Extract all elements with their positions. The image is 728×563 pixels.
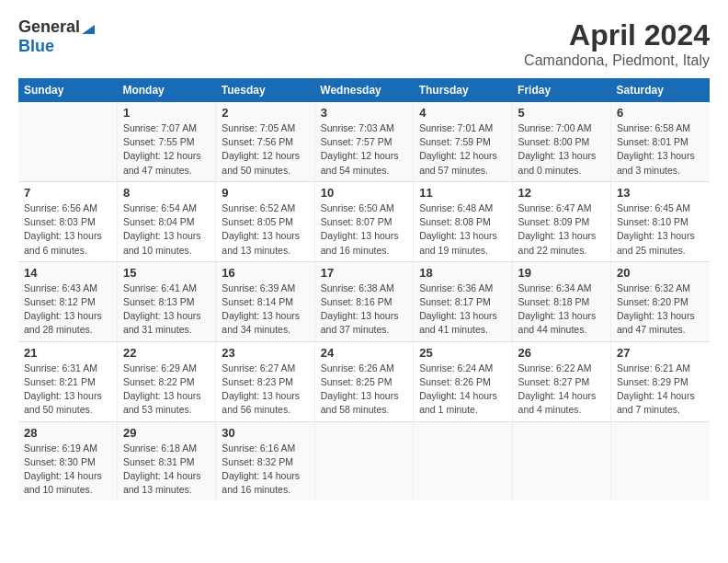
calendar-cell: 27Sunrise: 6:21 AM Sunset: 8:29 PM Dayli… <box>611 341 710 421</box>
day-info: Sunrise: 6:18 AM Sunset: 8:31 PM Dayligh… <box>123 442 210 498</box>
day-number: 18 <box>419 266 506 280</box>
calendar-cell: 3Sunrise: 7:03 AM Sunset: 7:57 PM Daylig… <box>314 102 413 181</box>
calendar-cell: 5Sunrise: 7:00 AM Sunset: 8:00 PM Daylig… <box>512 102 610 181</box>
day-number: 30 <box>222 426 308 440</box>
day-info: Sunrise: 6:24 AM Sunset: 8:26 PM Dayligh… <box>419 362 506 418</box>
day-info: Sunrise: 6:36 AM Sunset: 8:17 PM Dayligh… <box>419 282 506 338</box>
calendar-title: April 2024 <box>524 18 710 52</box>
page-header: General Blue April 2024 Camandona, Piedm… <box>18 18 710 69</box>
column-header-thursday: Thursday <box>414 78 512 102</box>
column-header-wednesday: Wednesday <box>314 78 413 102</box>
day-info: Sunrise: 6:48 AM Sunset: 8:08 PM Dayligh… <box>419 201 506 258</box>
day-info: Sunrise: 6:27 AM Sunset: 8:23 PM Dayligh… <box>222 362 308 418</box>
calendar-cell: 7Sunrise: 6:56 AM Sunset: 8:03 PM Daylig… <box>18 181 117 261</box>
calendar-cell: 17Sunrise: 6:38 AM Sunset: 8:16 PM Dayli… <box>314 261 413 341</box>
calendar-cell: 11Sunrise: 6:48 AM Sunset: 8:08 PM Dayli… <box>414 181 512 261</box>
calendar-cell: 24Sunrise: 6:26 AM Sunset: 8:25 PM Dayli… <box>314 341 413 421</box>
calendar-cell: 16Sunrise: 6:39 AM Sunset: 8:14 PM Dayli… <box>216 261 314 341</box>
day-number: 3 <box>321 106 407 120</box>
calendar-cell: 12Sunrise: 6:47 AM Sunset: 8:09 PM Dayli… <box>512 181 610 261</box>
day-info: Sunrise: 6:32 AM Sunset: 8:20 PM Dayligh… <box>617 282 704 338</box>
day-info: Sunrise: 6:54 AM Sunset: 8:04 PM Dayligh… <box>123 201 210 258</box>
column-header-friday: Friday <box>512 78 610 102</box>
day-number: 15 <box>123 266 210 280</box>
day-info: Sunrise: 6:47 AM Sunset: 8:09 PM Dayligh… <box>518 201 605 258</box>
calendar-cell: 10Sunrise: 6:50 AM Sunset: 8:07 PM Dayli… <box>314 181 413 261</box>
calendar-cell <box>512 421 610 500</box>
calendar-cell: 26Sunrise: 6:22 AM Sunset: 8:27 PM Dayli… <box>512 341 610 421</box>
day-number: 2 <box>222 106 308 120</box>
svg-marker-0 <box>82 25 95 34</box>
day-number: 21 <box>24 346 111 360</box>
calendar-cell: 2Sunrise: 7:05 AM Sunset: 7:56 PM Daylig… <box>216 102 314 181</box>
day-number: 19 <box>518 266 605 280</box>
day-number: 29 <box>123 426 210 440</box>
calendar-cell: 21Sunrise: 6:31 AM Sunset: 8:21 PM Dayli… <box>18 341 117 421</box>
calendar-cell: 14Sunrise: 6:43 AM Sunset: 8:12 PM Dayli… <box>18 261 117 341</box>
day-info: Sunrise: 6:29 AM Sunset: 8:22 PM Dayligh… <box>123 362 210 418</box>
calendar-cell: 13Sunrise: 6:45 AM Sunset: 8:10 PM Dayli… <box>611 181 710 261</box>
day-info: Sunrise: 6:50 AM Sunset: 8:07 PM Dayligh… <box>321 201 407 258</box>
day-number: 20 <box>617 266 704 280</box>
day-info: Sunrise: 7:01 AM Sunset: 7:59 PM Dayligh… <box>419 121 506 178</box>
day-number: 23 <box>222 346 308 360</box>
day-number: 5 <box>518 106 605 120</box>
day-number: 24 <box>321 346 407 360</box>
column-header-monday: Monday <box>117 78 215 102</box>
logo: General Blue <box>18 18 95 55</box>
day-info: Sunrise: 7:00 AM Sunset: 8:00 PM Dayligh… <box>518 121 605 178</box>
calendar-cell <box>314 421 413 500</box>
day-info: Sunrise: 6:38 AM Sunset: 8:16 PM Dayligh… <box>321 282 407 338</box>
day-number: 10 <box>321 186 407 200</box>
day-number: 25 <box>419 346 506 360</box>
calendar-cell: 19Sunrise: 6:34 AM Sunset: 8:18 PM Dayli… <box>512 261 610 341</box>
day-info: Sunrise: 6:52 AM Sunset: 8:05 PM Dayligh… <box>222 201 308 258</box>
day-info: Sunrise: 6:16 AM Sunset: 8:32 PM Dayligh… <box>222 442 308 498</box>
column-header-tuesday: Tuesday <box>216 78 314 102</box>
day-number: 6 <box>617 106 704 120</box>
calendar-week-row: 14Sunrise: 6:43 AM Sunset: 8:12 PM Dayli… <box>18 261 710 341</box>
day-number: 28 <box>24 426 111 440</box>
calendar-week-row: 28Sunrise: 6:19 AM Sunset: 8:30 PM Dayli… <box>18 421 710 500</box>
day-info: Sunrise: 6:43 AM Sunset: 8:12 PM Dayligh… <box>24 282 111 338</box>
day-number: 16 <box>222 266 308 280</box>
calendar-subtitle: Camandona, Piedmont, Italy <box>524 52 710 69</box>
calendar-week-row: 21Sunrise: 6:31 AM Sunset: 8:21 PM Dayli… <box>18 341 710 421</box>
day-info: Sunrise: 6:31 AM Sunset: 8:21 PM Dayligh… <box>24 362 111 418</box>
calendar-cell: 29Sunrise: 6:18 AM Sunset: 8:31 PM Dayli… <box>117 421 215 500</box>
day-number: 22 <box>123 346 210 360</box>
day-info: Sunrise: 6:34 AM Sunset: 8:18 PM Dayligh… <box>518 282 605 338</box>
day-info: Sunrise: 7:07 AM Sunset: 7:55 PM Dayligh… <box>123 121 210 178</box>
calendar-cell: 1Sunrise: 7:07 AM Sunset: 7:55 PM Daylig… <box>117 102 215 181</box>
calendar-cell <box>18 102 117 181</box>
calendar-header-row: SundayMondayTuesdayWednesdayThursdayFrid… <box>18 78 710 102</box>
calendar-table: SundayMondayTuesdayWednesdayThursdayFrid… <box>18 78 710 500</box>
day-number: 7 <box>24 186 111 200</box>
day-number: 9 <box>222 186 308 200</box>
day-number: 4 <box>419 106 506 120</box>
calendar-cell: 23Sunrise: 6:27 AM Sunset: 8:23 PM Dayli… <box>216 341 314 421</box>
title-area: April 2024 Camandona, Piedmont, Italy <box>524 18 710 69</box>
day-info: Sunrise: 6:39 AM Sunset: 8:14 PM Dayligh… <box>222 282 308 338</box>
day-number: 11 <box>419 186 506 200</box>
day-number: 1 <box>123 106 210 120</box>
calendar-cell: 15Sunrise: 6:41 AM Sunset: 8:13 PM Dayli… <box>117 261 215 341</box>
calendar-cell: 4Sunrise: 7:01 AM Sunset: 7:59 PM Daylig… <box>414 102 512 181</box>
column-header-sunday: Sunday <box>18 78 117 102</box>
day-info: Sunrise: 6:41 AM Sunset: 8:13 PM Dayligh… <box>123 282 210 338</box>
calendar-week-row: 1Sunrise: 7:07 AM Sunset: 7:55 PM Daylig… <box>18 102 710 181</box>
day-info: Sunrise: 7:05 AM Sunset: 7:56 PM Dayligh… <box>222 121 308 178</box>
calendar-cell: 18Sunrise: 6:36 AM Sunset: 8:17 PM Dayli… <box>414 261 512 341</box>
logo-text-blue: Blue <box>18 37 54 55</box>
day-number: 14 <box>24 266 111 280</box>
calendar-cell <box>611 421 710 500</box>
calendar-cell: 9Sunrise: 6:52 AM Sunset: 8:05 PM Daylig… <box>216 181 314 261</box>
day-number: 17 <box>321 266 407 280</box>
calendar-cell: 25Sunrise: 6:24 AM Sunset: 8:26 PM Dayli… <box>414 341 512 421</box>
day-number: 13 <box>617 186 704 200</box>
calendar-cell: 22Sunrise: 6:29 AM Sunset: 8:22 PM Dayli… <box>117 341 215 421</box>
day-info: Sunrise: 6:21 AM Sunset: 8:29 PM Dayligh… <box>617 362 704 418</box>
day-info: Sunrise: 6:26 AM Sunset: 8:25 PM Dayligh… <box>321 362 407 418</box>
logo-text-general: General <box>18 17 80 36</box>
day-number: 26 <box>518 346 605 360</box>
